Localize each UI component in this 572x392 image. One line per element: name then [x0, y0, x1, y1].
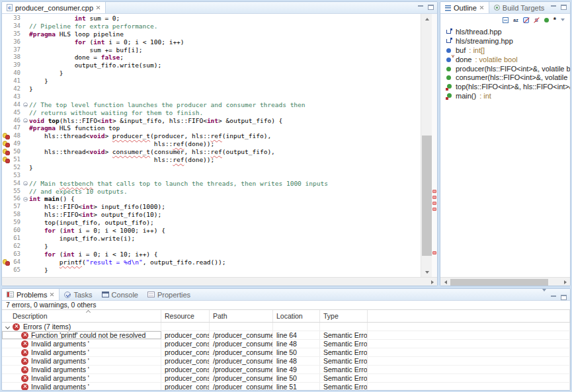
tab-build-targets[interactable]: Build Targets	[489, 2, 549, 13]
column-description[interactable]: Description	[2, 310, 161, 322]
error-marker-icon[interactable]	[3, 133, 10, 139]
problems-table-header[interactable]: Description Resource Path Location Type	[2, 309, 570, 323]
code-line[interactable]: 43	[2, 93, 421, 101]
code-line[interactable]: 51 hls::ref(done));	[2, 156, 421, 164]
problem-description-cell[interactable]: Invalid arguments '	[2, 383, 161, 391]
column-location[interactable]: Location	[273, 310, 320, 322]
close-icon[interactable]	[96, 5, 101, 10]
outline-item[interactable]: buf : int[]	[440, 46, 570, 55]
fold-marker-icon[interactable]	[23, 118, 28, 123]
code-line[interactable]: 45// returns without waiting for them to…	[2, 109, 421, 117]
problems-group-row[interactable]: Errors (7 items)	[2, 323, 570, 331]
vertical-scroll-thumb[interactable]	[422, 136, 432, 256]
hide-static-members-icon[interactable]: S	[534, 17, 540, 23]
problem-row[interactable]: Function 'printf' could not be resolvedp…	[2, 331, 570, 340]
code-line[interactable]: 53	[2, 172, 421, 180]
code-line[interactable]: 58 hls::FIFO<int> output_fifo(10);	[2, 211, 421, 219]
hide-non-public-members-icon[interactable]	[544, 18, 549, 22]
error-marker-icon[interactable]	[3, 141, 10, 147]
tab-tasks[interactable]: Tasks	[60, 289, 97, 300]
tab-producer-consumer-cpp[interactable]: c producer_consumer.cpp	[2, 2, 106, 13]
problem-description-cell[interactable]: Function 'printf' could not be resolved	[2, 331, 161, 339]
fold-marker-icon[interactable]	[23, 197, 28, 202]
outline-horizontal-scrollbar[interactable]	[440, 277, 570, 286]
code-line[interactable]: 57 hls::FIFO<int> input_fifo(1000);	[2, 203, 421, 211]
error-mark-icon[interactable]	[432, 251, 436, 255]
code-line[interactable]: 54// Main testbench that calls top to la…	[2, 180, 421, 188]
problem-description-cell[interactable]: Invalid arguments '	[2, 357, 161, 365]
code-line[interactable]: 35#pragma HLS loop pipeline	[2, 30, 421, 38]
code-line[interactable]: 46void top(hls::FIFO<int> &input_fifo, h…	[2, 117, 421, 125]
code-line[interactable]: 34// Pipeline for extra performance.	[2, 22, 421, 30]
maximize-icon[interactable]	[428, 5, 434, 10]
code-line[interactable]: 59 top(input_fifo, output_fifo);	[2, 219, 421, 227]
code-line[interactable]: 44// The top level function launches the…	[2, 101, 421, 109]
sort-icon[interactable]: az	[513, 18, 518, 22]
code-line[interactable]: 33 int sum = 0;	[2, 15, 421, 22]
scroll-up-icon[interactable]	[421, 14, 432, 24]
collapse-all-icon[interactable]	[503, 17, 509, 23]
problem-description-cell[interactable]: Invalid arguments '	[2, 340, 161, 348]
close-icon[interactable]	[479, 5, 484, 10]
minimize-icon[interactable]	[551, 5, 556, 10]
scroll-down-icon[interactable]	[421, 267, 432, 277]
error-marker-icon[interactable]	[3, 149, 10, 155]
code-line[interactable]: 48 hls::thread<void> producer_t(producer…	[2, 132, 421, 140]
horizontal-scroll-thumb[interactable]	[450, 279, 548, 286]
code-line[interactable]: 42}	[2, 85, 421, 93]
problem-description-cell[interactable]: Invalid arguments '	[2, 374, 161, 382]
outline-item[interactable]: consumer(hls::FIFO<int>&, volatile bool&	[440, 73, 570, 82]
code-line[interactable]: 36 for (int i = 0; i < 100; i++)	[2, 38, 421, 46]
outline-item[interactable]: done : volatile bool	[440, 55, 570, 64]
minimize-icon[interactable]	[551, 295, 556, 300]
error-mark-icon[interactable]	[432, 208, 436, 211]
maximize-icon[interactable]	[561, 295, 567, 300]
code-line[interactable]: 50 hls::thread<void> consumer_t(consumer…	[2, 148, 421, 156]
code-line[interactable]: 61 input_fifo.write(i);	[2, 235, 421, 243]
code-line[interactable]: 47#pragma HLS function top	[2, 124, 421, 132]
code-line[interactable]: 64 printf("result = %d\n", output_fifo.r…	[2, 258, 421, 266]
problem-description-cell[interactable]: Invalid arguments '	[2, 348, 161, 356]
tab-console[interactable]: Console	[97, 289, 143, 300]
problem-description-cell[interactable]: Invalid arguments '	[2, 366, 161, 373]
problem-row[interactable]: Invalid arguments 'producer_cons.../prod…	[2, 383, 570, 391]
problem-row[interactable]: Invalid arguments 'producer_cons.../prod…	[2, 366, 570, 374]
error-mark-icon[interactable]	[432, 202, 436, 205]
problem-row[interactable]: Invalid arguments 'producer_cons.../prod…	[2, 340, 570, 348]
scroll-right-icon[interactable]	[560, 278, 570, 286]
code-line[interactable]: 63 for (int i = 0; i < 10; i++) {	[2, 251, 421, 258]
scroll-right-icon[interactable]	[427, 278, 437, 286]
outline-item[interactable]: producer(hls::FIFO<int>&, volatile bool&	[440, 64, 570, 73]
code-line[interactable]: 38 done = false;	[2, 54, 421, 61]
error-mark-icon[interactable]	[432, 190, 436, 193]
problem-row[interactable]: Invalid arguments 'producer_cons.../prod…	[2, 374, 570, 383]
column-type[interactable]: Type	[320, 310, 368, 322]
outline-item[interactable]: hls/thread.hpp	[440, 27, 570, 36]
maximize-icon[interactable]	[561, 5, 567, 10]
code-line[interactable]: 62 }	[2, 243, 421, 251]
code-line[interactable]: 49 hls::ref(done));	[2, 140, 421, 148]
hide-fields-icon[interactable]	[523, 17, 529, 23]
fold-marker-icon[interactable]	[23, 102, 28, 107]
expand-chevron-icon[interactable]	[5, 324, 10, 329]
tab-problems[interactable]: Problems	[2, 289, 60, 300]
outline-item[interactable]: main() : int	[440, 91, 570, 100]
code-line[interactable]: 41 }	[2, 77, 421, 85]
close-icon[interactable]	[50, 292, 54, 297]
outline-item[interactable]: top(hls::FIFO<int>&, hls::FIFO<int>&) : …	[440, 82, 570, 91]
code-area[interactable]: 33 int sum = 0;34// Pipeline for extra p…	[2, 14, 421, 277]
code-line[interactable]: 37 sum += buf[i];	[2, 46, 421, 54]
editor-horizontal-scrollbar[interactable]	[2, 277, 437, 286]
hide-inactive-elements-icon[interactable]: *	[553, 17, 556, 22]
problem-row[interactable]: Invalid arguments 'producer_cons.../prod…	[2, 357, 570, 366]
scroll-left-icon[interactable]	[440, 278, 450, 286]
error-marker-icon[interactable]	[3, 259, 10, 266]
minimize-icon[interactable]	[418, 5, 423, 10]
code-line[interactable]: 56int main() {	[2, 195, 421, 203]
column-path[interactable]: Path	[210, 310, 273, 322]
tab-outline[interactable]: Outline	[440, 2, 489, 13]
code-line[interactable]: 40 }	[2, 69, 421, 77]
code-line[interactable]: 55// and expects 10 outputs.	[2, 188, 421, 196]
editor-vertical-scrollbar[interactable]	[421, 14, 432, 277]
code-line[interactable]: 39 output_fifo.write(sum);	[2, 61, 421, 69]
